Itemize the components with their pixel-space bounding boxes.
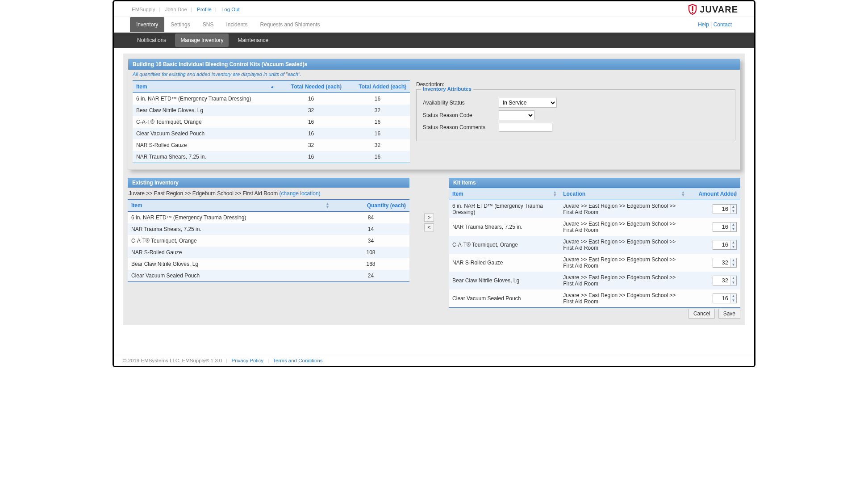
- table-row[interactable]: Clear Vacuum Sealed Pouch24: [128, 270, 409, 281]
- subtab-manage-inventory[interactable]: Manage Inventory: [175, 34, 229, 47]
- tab-sns[interactable]: SNS: [196, 17, 220, 32]
- cell-amount: 16▲▼: [688, 200, 740, 218]
- sort-icon: ▲▼: [403, 84, 407, 90]
- amount-value: 16: [713, 205, 730, 214]
- status-reason-code-select[interactable]: [499, 110, 534, 120]
- privacy-link[interactable]: Privacy Policy: [232, 358, 264, 363]
- col-added[interactable]: Total Added (each) ▲▼: [345, 81, 410, 93]
- table-row[interactable]: NAR S-Rolled GauzeJuvare >> East Region …: [449, 254, 740, 272]
- cell-location: Juvare >> East Region >> Edgeburn School…: [559, 200, 688, 218]
- table-row[interactable]: NAR S-Rolled Gauze3232: [133, 139, 410, 151]
- cell-location: Juvare >> East Region >> Edgeburn School…: [559, 236, 688, 254]
- table-row[interactable]: 6 in. NAR ETD™ (Emergency Trauma Dressin…: [449, 200, 740, 218]
- change-location-link[interactable]: (change location): [280, 190, 321, 197]
- col-item[interactable]: Item ▲: [133, 81, 277, 93]
- logout-link[interactable]: Log Out: [220, 7, 242, 12]
- shield-icon: [688, 4, 697, 15]
- amount-spinner[interactable]: 16▲▼: [713, 222, 737, 232]
- tab-incidents[interactable]: Incidents: [220, 17, 254, 32]
- table-row[interactable]: C-A-T® Tourniquet, OrangeJuvare >> East …: [449, 236, 740, 254]
- step-down-icon[interactable]: ▼: [730, 263, 736, 267]
- tab-inventory[interactable]: Inventory: [130, 17, 164, 32]
- table-row[interactable]: NAR Trauma Shears, 7.25 in.Juvare >> Eas…: [449, 218, 740, 236]
- col-ex-item[interactable]: Item ▲▼: [128, 200, 332, 212]
- cancel-button[interactable]: Cancel: [689, 309, 715, 319]
- cell-item: NAR Trauma Shears, 7.25 in.: [128, 223, 332, 235]
- cell-qty: 168: [332, 258, 409, 270]
- sort-icon: ▲▼: [681, 191, 685, 197]
- tab-settings[interactable]: Settings: [164, 17, 196, 32]
- table-row[interactable]: NAR Trauma Shears, 7.25 in.1616: [133, 151, 410, 163]
- col-ki-location[interactable]: Location ▲▼: [559, 188, 688, 200]
- step-up-icon[interactable]: ▲: [730, 258, 736, 263]
- status-reason-comments-label: Status Reason Comments: [423, 124, 490, 130]
- sort-icon: ▲▼: [553, 191, 557, 197]
- table-row[interactable]: Bear Claw Nitrile Gloves, LgJuvare >> Ea…: [449, 272, 740, 289]
- tab-requests[interactable]: Requests and Shipments: [254, 17, 326, 32]
- amount-spinner[interactable]: 16▲▼: [713, 294, 737, 303]
- table-row[interactable]: Bear Claw Nitrile Gloves, Lg168: [128, 258, 409, 270]
- cell-item: NAR Trauma Shears, 7.25 in.: [449, 218, 559, 236]
- table-row[interactable]: 6 in. NAR ETD™ (Emergency Trauma Dressin…: [133, 93, 410, 105]
- subtab-notifications[interactable]: Notifications: [132, 34, 171, 47]
- cell-item: 6 in. NAR ETD™ (Emergency Trauma Dressin…: [133, 93, 277, 105]
- step-up-icon[interactable]: ▲: [730, 205, 736, 209]
- col-ex-qty[interactable]: Quantity (each) ▲▼: [332, 200, 409, 212]
- step-up-icon[interactable]: ▲: [730, 294, 736, 298]
- step-down-icon[interactable]: ▼: [730, 281, 736, 285]
- table-row[interactable]: Clear Vacuum Sealed PouchJuvare >> East …: [449, 289, 740, 307]
- kit-items-title: Kit Items: [449, 178, 740, 188]
- cell-amount: 32▲▼: [688, 272, 740, 289]
- inventory-attributes-fieldset: Inventory Attributes Availability Status…: [416, 89, 735, 141]
- profile-link[interactable]: Profile: [195, 7, 213, 12]
- breadcrumb: Juvare >> East Region >> Edgeburn School…: [128, 188, 409, 199]
- table-row[interactable]: C-A-T® Tourniquet, Orange34: [128, 235, 409, 247]
- sort-icon: ▲▼: [403, 202, 407, 209]
- add-to-kit-button[interactable]: >: [424, 214, 434, 222]
- remove-from-kit-button[interactable]: <: [424, 223, 434, 231]
- cell-item: Bear Claw Nitrile Gloves, Lg: [449, 272, 559, 289]
- status-reason-comments-input[interactable]: [499, 123, 552, 132]
- step-up-icon[interactable]: ▲: [730, 240, 736, 245]
- col-needed[interactable]: Total Needed (each) ▲▼: [277, 81, 345, 93]
- table-row[interactable]: 6 in. NAR ETD™ (Emergency Trauma Dressin…: [128, 212, 409, 224]
- table-row[interactable]: C-A-T® Tourniquet, Orange1616: [133, 116, 410, 128]
- table-row[interactable]: Clear Vacuum Sealed Pouch1616: [133, 128, 410, 139]
- sort-asc-icon: ▲: [270, 85, 274, 88]
- cell-amount: 16▲▼: [688, 218, 740, 236]
- cell-qty: 84: [332, 212, 409, 224]
- app-name: EMSupply: [130, 7, 157, 12]
- cell-item: NAR S-Rolled Gauze: [449, 254, 559, 272]
- svg-rect-0: [692, 6, 693, 11]
- step-down-icon[interactable]: ▼: [730, 245, 736, 249]
- availability-status-select[interactable]: In Service: [499, 98, 557, 108]
- col-ki-item[interactable]: Item ▲▼: [449, 188, 559, 200]
- step-up-icon[interactable]: ▲: [730, 222, 736, 227]
- existing-inventory-table: Item ▲▼ Quantity (each) ▲▼ 6 in. NAR ETD…: [128, 199, 409, 281]
- table-row[interactable]: Bear Claw Nitrile Gloves, Lg3232: [133, 105, 410, 116]
- cell-added: 16: [345, 128, 410, 139]
- sort-icon: ▲▼: [326, 202, 330, 209]
- amount-spinner[interactable]: 32▲▼: [713, 258, 737, 268]
- table-row[interactable]: NAR S-Rolled Gauze108: [128, 247, 409, 258]
- amount-spinner[interactable]: 32▲▼: [713, 276, 737, 285]
- cell-added: 16: [345, 116, 410, 128]
- contact-link[interactable]: Contact: [714, 21, 732, 28]
- terms-link[interactable]: Terms and Conditions: [273, 358, 322, 363]
- cell-needed: 32: [277, 105, 345, 116]
- step-down-icon[interactable]: ▼: [730, 209, 736, 214]
- step-down-icon[interactable]: ▼: [730, 227, 736, 231]
- step-down-icon[interactable]: ▼: [730, 298, 736, 303]
- amount-spinner[interactable]: 16▲▼: [713, 204, 737, 214]
- cell-item: C-A-T® Tourniquet, Orange: [128, 235, 332, 247]
- amount-spinner[interactable]: 16▲▼: [713, 240, 737, 250]
- table-row[interactable]: NAR Trauma Shears, 7.25 in.14: [128, 223, 409, 235]
- subtab-maintenance[interactable]: Maintenance: [232, 34, 274, 47]
- save-button[interactable]: Save: [718, 309, 740, 319]
- fieldset-legend: Inventory Attributes: [421, 86, 473, 92]
- step-up-icon[interactable]: ▲: [730, 276, 736, 281]
- amount-value: 32: [713, 276, 730, 285]
- help-link[interactable]: Help: [698, 21, 709, 28]
- cell-needed: 16: [277, 116, 345, 128]
- col-ki-amount[interactable]: Amount Added ▲▼: [688, 188, 740, 200]
